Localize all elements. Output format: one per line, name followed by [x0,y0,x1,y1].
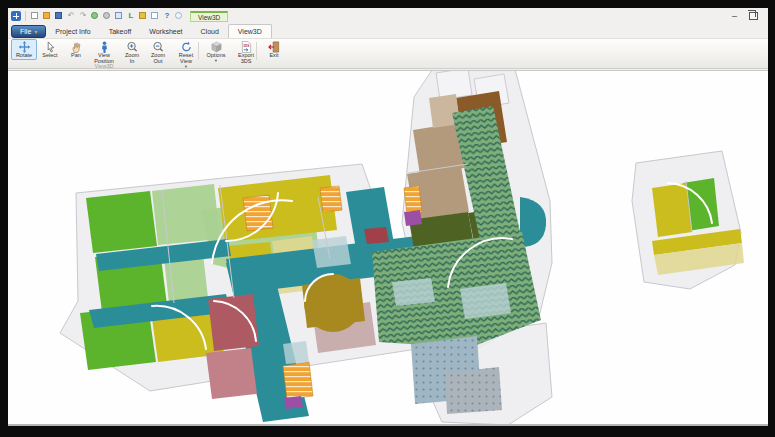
ribbon-group-label: View3D [11,63,197,69]
minimize-button[interactable]: – [732,12,737,20]
view-position-button[interactable]: View Position [89,39,119,66]
restore-button[interactable] [749,12,758,20]
select-label: Select [42,53,57,59]
floorplan-3d-model [8,71,768,424]
folder-icon[interactable] [138,11,148,21]
ribbon-divider-1 [198,42,199,60]
tab-view3d[interactable]: View3D [228,24,272,38]
floors-maroon [208,294,259,351]
layers-panel-icon[interactable] [114,11,124,21]
floor-dotted-grey [445,367,502,414]
settings-gear-icon[interactable] [102,11,112,21]
context-tab-header[interactable]: View3D [190,11,228,22]
new-document-icon[interactable] [30,11,40,21]
pan-button[interactable]: Pan [63,39,89,60]
ribbon-view3d-group: Rotate Select Pan View Position [8,38,768,69]
viewport-3d[interactable] [8,70,768,424]
file-menu-label: File [20,28,31,35]
tab-cloud[interactable]: Cloud [192,25,228,38]
select-button[interactable]: Select [37,39,63,60]
undo-icon[interactable]: ↶ [66,11,76,21]
window-icon[interactable] [150,11,160,21]
planswift-window: ↶ ↷ L ? View3D – File ▾ Project Info Tak… [8,8,768,425]
titlebar-separator [25,11,26,21]
tab-takeoff[interactable]: Takeoff [100,25,140,38]
file-caret-icon: ▾ [34,29,37,35]
ribbon-divider-2 [256,42,257,60]
export-3ds-label: Export 3DS [238,53,254,65]
svg-text:3DS: 3DS [243,44,249,48]
exit-button[interactable]: Exit [261,39,287,60]
window-controls: – [732,12,762,20]
cloud-icon[interactable] [174,11,184,21]
app-logo-icon[interactable] [11,11,21,21]
sync-icon[interactable] [90,11,100,21]
rotate-label: Rotate [16,53,32,59]
pan-label: Pan [71,53,81,59]
help-icon[interactable]: ? [162,11,172,21]
save-icon[interactable] [54,11,64,21]
redo-icon[interactable]: ↷ [78,11,88,21]
takeoff-tool-icon[interactable]: L [126,11,136,21]
window-bottom-edge [8,424,768,426]
rotate-button[interactable]: Rotate [11,39,37,60]
ribbon-tab-row: File ▾ Project Info Takeoff Worksheet Cl… [8,23,768,38]
titlebar: ↶ ↷ L ? View3D – [8,8,768,23]
zoom-in-button[interactable]: Zoom In [119,39,145,66]
floors-maroon-light [206,348,257,399]
tab-worksheet[interactable]: Worksheet [140,25,191,38]
floor-red-small [364,227,389,244]
options-button[interactable]: Options ▾ [201,39,231,64]
file-menu-button[interactable]: File ▾ [11,25,46,38]
zoom-out-button[interactable]: Zoom Out [145,39,171,66]
exit-label: Exit [269,53,278,59]
open-folder-icon[interactable] [42,11,52,21]
options-caret-icon: ▾ [215,59,217,63]
tab-project-info[interactable]: Project Info [46,25,99,38]
